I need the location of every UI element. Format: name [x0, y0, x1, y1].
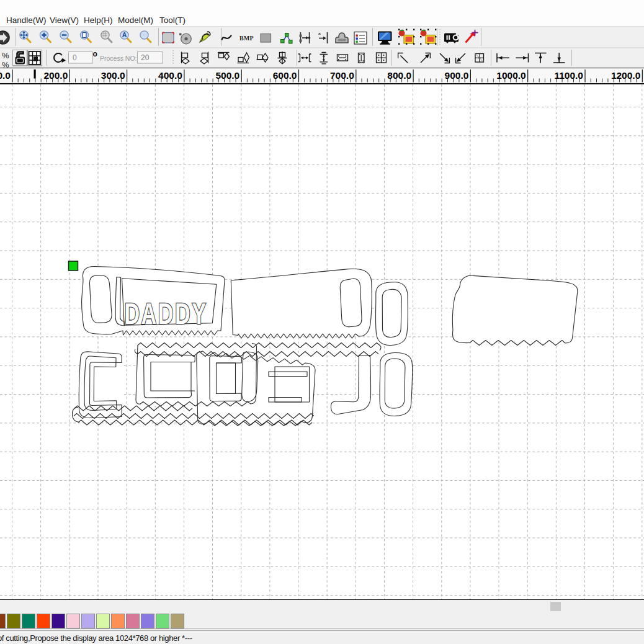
svg-text:%: % — [2, 51, 9, 60]
svg-text:800.0: 800.0 — [387, 70, 411, 81]
svg-text:DADDY: DADDY — [124, 297, 207, 330]
svg-text:1100.0: 1100.0 — [554, 70, 583, 81]
svg-text:200.0: 200.0 — [44, 70, 68, 81]
svg-text:A: A — [122, 31, 127, 38]
svg-text:700.0: 700.0 — [330, 70, 354, 81]
svg-text:500.0: 500.0 — [215, 70, 239, 81]
svg-text:400.0: 400.0 — [158, 70, 182, 81]
svg-text:100.0: 100.0 — [0, 70, 11, 81]
svg-text:600.0: 600.0 — [273, 70, 297, 81]
svg-text:BMP: BMP — [239, 35, 254, 42]
svg-text:300.0: 300.0 — [101, 70, 125, 81]
svg-text:1200.0: 1200.0 — [611, 70, 640, 81]
svg-text:Process NO:: Process NO: — [100, 55, 137, 62]
svg-text:20: 20 — [141, 53, 150, 62]
svg-text:o: o — [93, 50, 97, 58]
svg-text:900.0: 900.0 — [445, 70, 469, 81]
svg-text:0: 0 — [73, 53, 77, 62]
svg-text:%: % — [2, 60, 9, 69]
svg-text:1000.0: 1000.0 — [496, 70, 525, 81]
